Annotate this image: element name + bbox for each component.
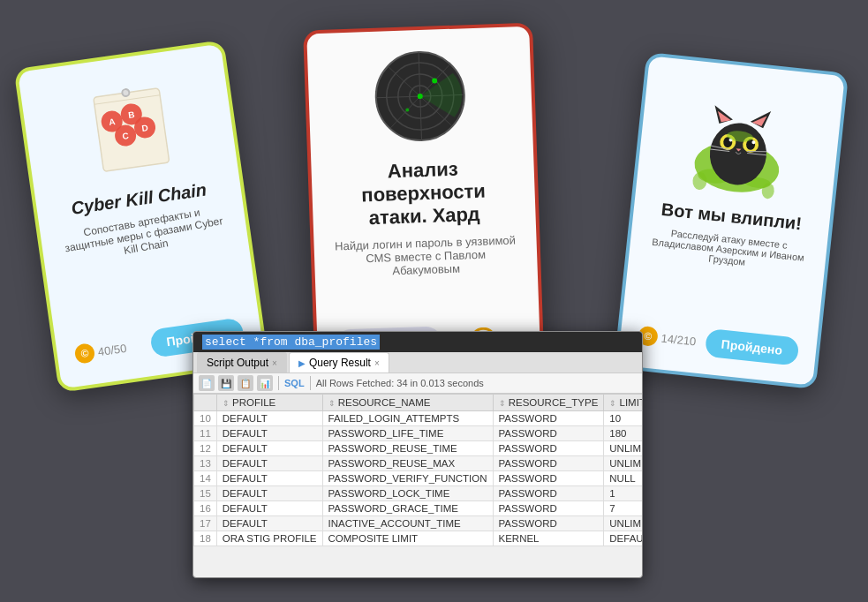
cell-resource-name: PASSWORD_LIFE_TIME (322, 426, 493, 441)
col-limit[interactable]: ⇕ LIMIT (604, 395, 642, 411)
cell-profile: DEFAULT (216, 501, 322, 516)
cell-resource-type: PASSWORD (493, 516, 604, 531)
cell-resource-name: COMPOSITE LIMIT (322, 531, 493, 546)
tab-script-output[interactable]: Script Output × (197, 352, 287, 372)
cell-resource-name: PASSWORD_VERIFY_FUNCTION (322, 471, 493, 486)
cell-resource-type: KERNEL (493, 531, 604, 546)
toolbar-divider-2 (310, 376, 311, 390)
col-profile[interactable]: ⇕ PROFILE (216, 395, 322, 411)
cell-resource-type: PASSWORD (493, 486, 604, 501)
cell-profile: DEFAULT (216, 471, 322, 486)
cell-limit: 7 (604, 501, 642, 516)
table-header-row: ⇕ PROFILE ⇕ RESOURCE_NAME ⇕ RESOURCE_TYP… (194, 395, 643, 411)
cell-resource-type: PASSWORD (493, 441, 604, 456)
sql-row-info: All Rows Fetched: 34 in 0.013 seconds (316, 378, 484, 388)
card-middle-title: Анализ поверхности атаки. Хард (328, 155, 518, 230)
cell-num: 17 (194, 516, 217, 531)
cell-num: 12 (194, 441, 217, 456)
cell-resource-name: PASSWORD_REUSE_TIME (322, 441, 493, 456)
cell-limit: 180 (604, 426, 642, 441)
svg-text:D: D (141, 123, 149, 133)
cell-resource-type: PASSWORD (493, 411, 604, 426)
sql-label: SQL (284, 378, 305, 388)
tab-query-result-label: Query Result (309, 357, 371, 369)
cell-num: 14 (194, 471, 217, 486)
svg-text:A: A (108, 117, 116, 127)
card-right-footer: © 14/210 Пройдено (637, 321, 799, 366)
table-row: 13 DEFAULT PASSWORD_REUSE_MAX PASSWORD U… (194, 456, 643, 471)
card-attack-surface: Анализ поверхности атаки. Хард Найди лог… (303, 23, 545, 384)
sql-tabs[interactable]: Script Output × ▶ Query Result × (193, 352, 642, 373)
table-row: 12 DEFAULT PASSWORD_REUSE_TIME PASSWORD … (194, 441, 643, 456)
table-row: 11 DEFAULT PASSWORD_LIFE_TIME PASSWORD 1… (194, 426, 643, 441)
card-right-image (681, 79, 798, 204)
cell-limit: 1 (604, 486, 642, 501)
cell-resource-name: FAILED_LOGIN_ATTEMPTS (322, 411, 493, 426)
sql-table: ⇕ PROFILE ⇕ RESOURCE_NAME ⇕ RESOURCE_TYP… (193, 394, 642, 546)
col-num (194, 395, 217, 411)
sql-table-scroll[interactable]: ⇕ PROFILE ⇕ RESOURCE_NAME ⇕ RESOURCE_TYP… (193, 394, 642, 568)
cell-profile: DEFAULT (216, 486, 322, 501)
cell-resource-name: PASSWORD_REUSE_MAX (322, 456, 493, 471)
table-row: 15 DEFAULT PASSWORD_LOCK_TIME PASSWORD 1 (194, 486, 643, 501)
cell-profile: DEFAULT (216, 426, 322, 441)
card-left-coins: © 40/50 (74, 338, 128, 365)
toolbar-icon-1[interactable]: 📄 (199, 375, 215, 391)
cell-resource-type: PASSWORD (493, 456, 604, 471)
svg-text:C: C (122, 131, 130, 141)
cell-num: 11 (194, 426, 217, 441)
card-right-coins: © 14/210 (638, 326, 698, 351)
cell-profile: DEFAULT (216, 516, 322, 531)
toolbar-icon-4[interactable]: 📊 (257, 375, 273, 391)
table-row: 14 DEFAULT PASSWORD_VERIFY_FUNCTION PASS… (194, 471, 643, 486)
card-right-button[interactable]: Пройдено (704, 328, 799, 366)
card-slime-cat: Вот мы влипли! Расследуй атаку вместе с … (614, 52, 849, 389)
cell-limit: NULL (604, 471, 642, 486)
cell-num: 13 (194, 456, 217, 471)
svg-text:B: B (128, 109, 136, 120)
card-middle-desc: Найди логин и пароль в уязвимой CMS вмес… (331, 233, 519, 279)
sql-window: select *from dba_profiles Script Output … (192, 331, 643, 578)
cell-num: 15 (194, 486, 217, 501)
tab-script-output-label: Script Output (207, 357, 268, 369)
col-resource-name[interactable]: ⇕ RESOURCE_NAME (322, 395, 493, 411)
cell-resource-name: PASSWORD_LOCK_TIME (322, 486, 493, 501)
tab-query-result[interactable]: ▶ Query Result × (289, 352, 389, 372)
sql-table-body: 10 DEFAULT FAILED_LOGIN_ATTEMPTS PASSWOR… (194, 411, 643, 546)
cell-num: 18 (194, 531, 217, 546)
cell-resource-type: PASSWORD (493, 471, 604, 486)
cell-limit: UNLIMITED (604, 456, 642, 471)
toolbar-icon-3[interactable]: 📋 (238, 375, 253, 391)
col-resource-type[interactable]: ⇕ RESOURCE_TYPE (493, 395, 604, 411)
cell-profile: ORA STIG PROFILE (216, 531, 322, 546)
sql-toolbar: 📄 💾 📋 📊 SQL All Rows Fetched: 34 in 0.01… (193, 373, 642, 394)
table-row: 18 ORA STIG PROFILE COMPOSITE LIMIT KERN… (194, 531, 643, 546)
cell-limit: UNLIMITED (604, 516, 642, 531)
cell-num: 10 (194, 411, 217, 426)
table-row: 17 DEFAULT INACTIVE_ACCOUNT_TIME PASSWOR… (194, 516, 643, 531)
card-middle-image (370, 46, 471, 147)
table-row: 16 DEFAULT PASSWORD_GRACE_TIME PASSWORD … (194, 501, 643, 516)
table-row: 10 DEFAULT FAILED_LOGIN_ATTEMPTS PASSWOR… (194, 411, 643, 426)
cell-limit: 10 (604, 411, 642, 426)
cell-profile: DEFAULT (216, 456, 322, 471)
card-right-coin-value: 14/210 (660, 331, 697, 348)
tab-script-output-close[interactable]: × (272, 358, 277, 368)
cell-limit: DEFAULT (604, 531, 642, 546)
cell-num: 16 (194, 501, 217, 516)
toolbar-icon-2[interactable]: 💾 (218, 375, 234, 391)
coin-icon-left: © (74, 342, 96, 365)
cell-limit: UNLIMITED (604, 441, 642, 456)
sql-query-bar: select *from dba_profiles (193, 332, 642, 352)
card-right-desc: Расследуй атаку вместе с Владиславом Азе… (646, 225, 810, 274)
card-left-coin-value: 40/50 (97, 341, 127, 357)
cell-resource-type: PASSWORD (493, 501, 604, 516)
sql-query-text: select *from dba_profiles (202, 335, 380, 350)
toolbar-divider (278, 376, 279, 390)
cell-resource-type: PASSWORD (493, 426, 604, 441)
cell-profile: DEFAULT (216, 411, 322, 426)
cell-resource-name: PASSWORD_GRACE_TIME (322, 501, 493, 516)
card-left-image: A B C D (69, 68, 189, 188)
cell-profile: DEFAULT (216, 441, 322, 456)
tab-query-result-close[interactable]: × (374, 358, 380, 368)
